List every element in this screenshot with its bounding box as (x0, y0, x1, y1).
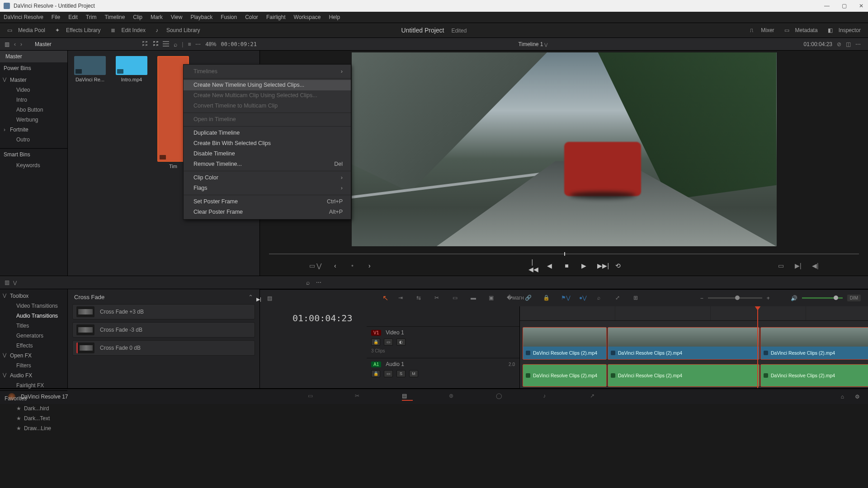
selection-tool[interactable]: ↖ (382, 294, 388, 302)
grid-view-icon[interactable] (152, 41, 158, 47)
viewer-options-icon[interactable] (855, 41, 861, 47)
effect-entry[interactable]: Cross Fade 0 dB (72, 340, 255, 356)
panel-options-icon[interactable]: ▥ (5, 41, 9, 47)
cut-page-icon[interactable]: ✂ (355, 393, 366, 401)
sound-library-toggle[interactable]: ♪ Sound Library (156, 27, 200, 33)
context-menu-item[interactable]: Clear Poster FrameAlt+P (184, 207, 351, 217)
menu-clip[interactable]: Clip (133, 14, 142, 20)
effects-library-toggle[interactable]: ✦ Effects Library (55, 27, 100, 33)
bin-video[interactable]: Video (0, 85, 67, 95)
menu-trim[interactable]: Trim (86, 14, 97, 20)
play-button[interactable]: ▶ (580, 262, 587, 269)
replace-icon[interactable]: ◀| (811, 262, 819, 269)
stop-button[interactable]: ■ (563, 262, 570, 269)
current-bin[interactable]: Master (35, 41, 52, 47)
fx-search-icon[interactable] (306, 279, 310, 286)
color-page-icon[interactable]: ◯ (496, 393, 507, 401)
menu-help[interactable]: Help (329, 14, 340, 20)
last-frame-button[interactable]: ▶▶| (597, 262, 604, 269)
effect-entry[interactable]: Cross Fade +3 dB (72, 304, 255, 319)
clip-item[interactable]: DaVinci Re... (74, 56, 106, 169)
sort-icon[interactable] (188, 41, 191, 47)
menu-fairlight[interactable]: Fairlight (266, 14, 286, 20)
dynamic-trim-tool[interactable]: ⇆ (416, 295, 425, 302)
link-toggle[interactable]: 🔗 (525, 295, 533, 302)
metadata-toggle[interactable]: ▭ Metadata (784, 27, 818, 33)
dim-button[interactable]: DIM (847, 295, 861, 301)
toolbox-group[interactable]: Toolbox (0, 291, 67, 301)
viewer-zoom[interactable]: 48% (205, 41, 216, 47)
timeline-playhead[interactable] (757, 306, 758, 388)
replace-tool[interactable]: ▣ (489, 295, 497, 302)
next-edit-icon[interactable]: › (366, 262, 373, 269)
timeline-view-icon[interactable]: ▤ (267, 295, 272, 301)
lock-toggle[interactable]: 🔒 (543, 295, 551, 302)
zoom-detail-icon[interactable]: ⊞ (633, 295, 642, 302)
dual-viewer-icon[interactable]: ◫ (846, 41, 851, 47)
first-frame-button[interactable]: |◀◀ (528, 258, 536, 273)
mixer-toggle[interactable]: ⎍ Mixer (750, 27, 774, 33)
fx-options-icon[interactable] (316, 279, 321, 286)
insert-icon[interactable]: ▭ (777, 262, 784, 269)
favorite-item[interactable]: ★Dark...Text (0, 413, 67, 423)
maximize-button[interactable]: ▢ (841, 3, 847, 9)
timeline-zoom-slider[interactable]: −+ (700, 295, 770, 301)
loop-button[interactable]: ⟲ (614, 262, 622, 269)
smart-bin-keywords[interactable]: Keywords (0, 160, 67, 170)
bin-intro[interactable]: Intro (0, 95, 67, 105)
fairlight-page-icon[interactable]: ♪ (543, 393, 554, 401)
timeline-clip[interactable]: DaVinci Resolve Clips (2).mp4 (523, 327, 607, 360)
timeline-selector[interactable]: Timeline 1 (519, 41, 547, 47)
bin-outro[interactable]: Outro (0, 135, 67, 145)
openfx-group[interactable]: Open FX (0, 351, 67, 361)
menu-mark[interactable]: Mark (151, 14, 163, 20)
timeline-timecode[interactable]: 01:00:04:23 (260, 306, 367, 388)
openfx-filters[interactable]: ›Filters (0, 361, 67, 371)
disable-track-button[interactable]: ◐ (396, 338, 406, 346)
menu-view[interactable]: View (171, 14, 183, 20)
list-view-icon[interactable] (163, 41, 169, 47)
context-menu-item[interactable]: Disable Timeline (184, 149, 351, 159)
bin-abo[interactable]: Abo Button (0, 105, 67, 115)
snap-toggle[interactable]: �магн (507, 295, 515, 302)
home-icon[interactable]: ⌂ (841, 394, 844, 400)
nav-fwd-icon[interactable]: › (20, 41, 22, 47)
audiofx-group[interactable]: Audio FX (0, 371, 67, 380)
menu-file[interactable]: File (52, 14, 60, 20)
overwrite-tool[interactable]: ▬ (471, 295, 479, 302)
media-page-icon[interactable]: ▭ (308, 393, 319, 401)
menu-edit[interactable]: Edit (68, 14, 78, 20)
overwrite-icon[interactable]: ▶| (794, 262, 802, 269)
trim-tool[interactable]: ⇥ (398, 295, 406, 302)
context-menu-item[interactable]: Clip Color› (184, 173, 351, 183)
lock-track-button[interactable]: 🔒 (371, 338, 380, 346)
timeline-tracks[interactable]: DaVinci Resolve Clips (2).mp4DaVinci Res… (520, 306, 868, 388)
bin-fortnite[interactable]: Fortnite (0, 125, 67, 135)
fx-video-transitions[interactable]: Video Transitions (0, 301, 67, 311)
context-menu-item[interactable]: Create Bin With Selected Clips (184, 138, 351, 149)
audio-track-header[interactable]: A1 Audio 1 2.0 🔒 ▭ S M (367, 358, 519, 382)
fx-effects[interactable]: Effects (0, 341, 67, 351)
panel-chevron-icon[interactable]: ⋁ (13, 280, 17, 285)
more-options-icon[interactable] (195, 41, 201, 47)
blade-tool[interactable]: ✂ (434, 295, 443, 302)
fx-audio-transitions[interactable]: Audio Transitions (0, 311, 67, 321)
match-frame-icon[interactable]: ▭ ⋁ (309, 262, 322, 269)
fx-generators[interactable]: Generators (0, 331, 67, 341)
edit-index-toggle[interactable]: ≣ Edit Index (111, 27, 146, 33)
menu-timeline[interactable]: Timeline (104, 14, 125, 20)
menu-playback[interactable]: Playback (190, 14, 212, 20)
zoom-full-icon[interactable]: ⤢ (615, 295, 623, 302)
flag-tool[interactable]: ⚑⋁ (561, 295, 569, 302)
play-overlay-icon[interactable]: ▶| (256, 296, 261, 302)
menu-app[interactable]: DaVinci Resolve (4, 14, 43, 20)
menu-color[interactable]: Color (245, 14, 258, 20)
search-icon[interactable] (174, 41, 177, 48)
timeline-clip[interactable]: DaVinci Resolve Clips (2).mp4 (760, 327, 868, 360)
favorite-item[interactable]: ★Dark...hird (0, 404, 67, 413)
close-button[interactable]: ✕ (858, 3, 864, 9)
context-menu-item[interactable]: Duplicate Timeline (184, 128, 351, 138)
timeline-clip[interactable]: DaVinci Resolve Clips (2).mp4 (760, 364, 868, 387)
context-menu-item[interactable]: Create New Timeline Using Selected Clips… (184, 80, 351, 90)
nav-back-icon[interactable]: ‹ (14, 41, 16, 47)
